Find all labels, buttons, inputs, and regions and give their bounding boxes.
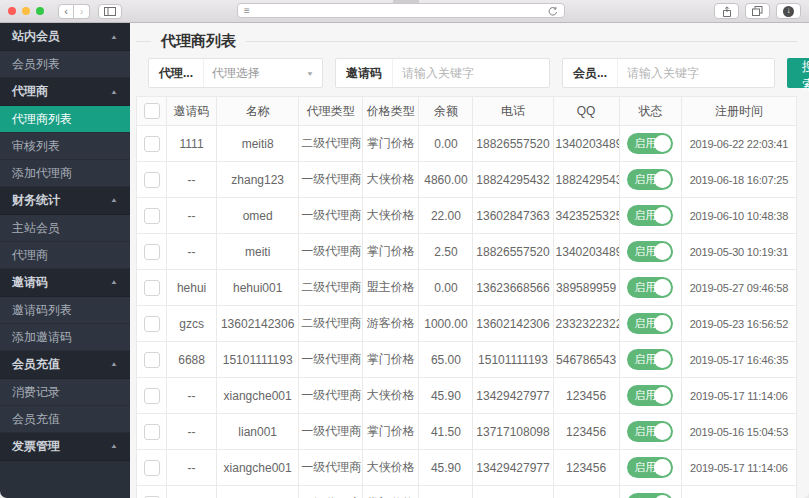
status-toggle[interactable]: 启用 [627,493,673,498]
status-toggle[interactable]: 启用 [627,349,673,370]
cell-price_type: 掌门价格 [363,234,419,270]
table-row: hehuihehui001二级代理商盟主价格0.0013623668566389… [137,270,797,306]
cell-name: omed [217,198,299,234]
cell-status: 启用 [619,126,681,162]
cell-price_type: 掌门价格 [363,414,419,450]
cell-price_type: 大侠价格 [363,198,419,234]
sidebar-item[interactable]: 邀请码列表 [0,297,130,324]
toggle-knob-icon [654,171,671,188]
row-checkbox[interactable] [144,136,160,152]
cell-phone: 13717108098 [473,414,553,450]
sidebar-item[interactable]: 审核列表 [0,133,130,160]
status-toggle[interactable]: 启用 [627,421,673,442]
cell-qq: 123456 [553,486,619,498]
toggle-knob-icon [654,351,671,368]
share-button[interactable] [714,3,739,19]
cell-phone: 18826557520 [473,126,553,162]
cell-price_type: 盟主价格 [363,270,419,306]
member-input[interactable] [617,59,774,87]
agent-select[interactable]: 代理选择 ▼ [203,59,322,87]
cell-phone: 13717108098 [473,486,553,498]
row-checkbox[interactable] [144,172,160,188]
forward-button[interactable]: › [74,4,90,19]
cell-qq: 1340203489 [553,234,619,270]
column-header: 电话 [473,97,553,126]
status-toggle-label: 启用 [634,354,656,365]
row-checkbox[interactable] [144,424,160,440]
sidebar-section-header[interactable]: 发票管理▲ [0,433,130,461]
status-toggle[interactable]: 启用 [627,241,673,262]
cell-agent_type: 一级代理商 [299,450,363,486]
refresh-icon[interactable] [548,6,558,16]
status-toggle[interactable]: 启用 [627,313,673,334]
close-window-button[interactable] [8,7,16,15]
sidebar-section-header[interactable]: 会员充值▲ [0,351,130,379]
sidebar-item[interactable]: 添加邀请码 [0,324,130,351]
sidebar-item[interactable]: 添加代理商 [0,160,130,187]
status-toggle[interactable]: 启用 [627,457,673,478]
row-checkbox[interactable] [144,280,160,296]
sidebar-item[interactable]: 代理商 [0,242,130,269]
column-header: 状态 [619,97,681,126]
sidebar-item[interactable]: 会员列表 [0,51,130,78]
status-toggle-label: 启用 [634,462,656,473]
sidebar-toggle-button[interactable] [98,4,122,19]
sidebar-item[interactable]: 会员充值 [0,406,130,433]
select-all-checkbox[interactable] [144,103,160,119]
forward-icon: › [80,5,84,17]
cell-qq: 546786543 [553,342,619,378]
search-button[interactable]: 搜索 [787,58,809,88]
invite-code-input[interactable] [392,59,549,87]
reader-mode-icon[interactable]: ≡ [244,6,250,16]
cell-qq: 123456 [553,378,619,414]
address-bar[interactable]: ≡ [237,3,565,18]
toggle-knob-icon [654,135,671,152]
sidebar-section-header[interactable]: 代理商▲ [0,78,130,106]
row-checkbox[interactable] [144,244,160,260]
cell-status: 启用 [619,378,681,414]
cell-qq: 2332322322 [553,306,619,342]
window-controls [8,7,44,15]
table-body: 1111meiti8二级代理商掌门价格0.0018826557520134020… [137,126,797,498]
title-line-right [246,41,797,42]
status-toggle[interactable]: 启用 [627,277,673,298]
row-checkbox[interactable] [144,352,160,368]
sidebar-item[interactable]: 消费记录 [0,379,130,406]
sidebar-section-header[interactable]: 邀请码▲ [0,269,130,297]
row-checkbox[interactable] [144,316,160,332]
tabs-overview-button[interactable] [745,3,770,19]
cell-agent_type: 一级代理商 [299,198,363,234]
row-checkbox[interactable] [144,388,160,404]
downloads-button[interactable]: ↓ [776,3,801,19]
column-header: 价格类型 [363,97,419,126]
invite-filter-label: 邀请码 [336,59,392,87]
sidebar-section-header[interactable]: 财务统计▲ [0,187,130,215]
status-toggle[interactable]: 启用 [627,169,673,190]
status-toggle[interactable]: 启用 [627,133,673,154]
minimize-window-button[interactable] [22,7,30,15]
status-toggle[interactable]: 启用 [627,205,673,226]
cell-register-time: 2019-06-18 16:07:25 [681,162,796,198]
row-checkbox[interactable] [144,460,160,476]
cell-agent_type: 二级代理商 [299,270,363,306]
cell-agent_type: 二级代理商 [299,306,363,342]
sidebar-section-label: 站内会员 [12,28,60,45]
sidebar: 站内会员▲会员列表代理商▲代理商列表审核列表添加代理商财务统计▲主站会员代理商邀… [0,23,130,498]
cell-invite: -- [167,162,217,198]
cell-name: hehui001 [217,270,299,306]
sidebar-item[interactable]: 代理商列表 [0,106,130,133]
maximize-window-button[interactable] [36,7,44,15]
row-checkbox[interactable] [144,208,160,224]
collapse-arrow-icon: ▲ [110,443,118,450]
cell-qq: 3423525325 [553,198,619,234]
cell-register-time: 2019-05-27 09:46:58 [681,270,796,306]
sidebar-item[interactable]: 主站会员 [0,215,130,242]
status-toggle[interactable]: 启用 [627,385,673,406]
status-toggle-label: 启用 [634,390,656,401]
agent-filter-label: 代理... [149,59,203,87]
cell-phone: 13623668566 [473,270,553,306]
status-toggle-label: 启用 [634,246,656,257]
back-button[interactable]: ‹ [58,4,74,19]
sidebar-section-header[interactable]: 站内会员▲ [0,23,130,51]
row-checkbox-cell [137,342,167,378]
